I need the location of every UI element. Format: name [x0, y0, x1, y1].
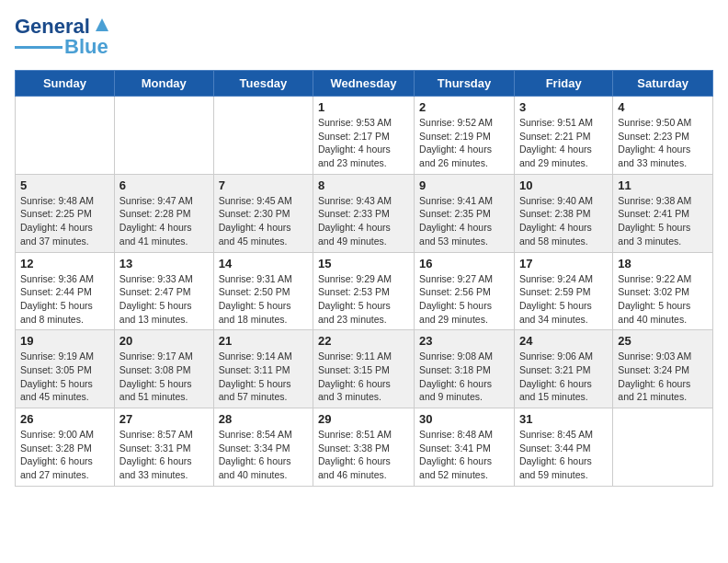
calendar-cell: 3Sunrise: 9:51 AM Sunset: 2:21 PM Daylig…	[514, 97, 612, 175]
calendar-cell: 26Sunrise: 9:00 AM Sunset: 3:28 PM Dayli…	[16, 408, 115, 487]
day-info: Sunrise: 9:41 AM Sunset: 2:35 PM Dayligh…	[419, 194, 509, 248]
weekday-header-thursday: Thursday	[415, 71, 515, 97]
day-info: Sunrise: 9:51 AM Sunset: 2:21 PM Dayligh…	[519, 116, 608, 170]
page-header: General Blue	[15, 15, 713, 59]
day-info: Sunrise: 9:27 AM Sunset: 2:56 PM Dayligh…	[419, 272, 509, 327]
day-info: Sunrise: 8:54 AM Sunset: 3:34 PM Dayligh…	[219, 428, 308, 482]
day-number: 4	[618, 100, 708, 114]
day-info: Sunrise: 9:06 AM Sunset: 3:21 PM Dayligh…	[519, 350, 608, 404]
weekday-header-friday: Friday	[514, 71, 612, 97]
day-info: Sunrise: 9:33 AM Sunset: 2:47 PM Dayligh…	[119, 272, 209, 327]
calendar-cell: 21Sunrise: 9:14 AM Sunset: 3:11 PM Dayli…	[213, 330, 313, 408]
day-number: 29	[318, 412, 409, 426]
calendar-cell: 12Sunrise: 9:36 AM Sunset: 2:44 PM Dayli…	[16, 252, 115, 330]
calendar-table: SundayMondayTuesdayWednesdayThursdayFrid…	[15, 70, 713, 487]
calendar-cell: 6Sunrise: 9:47 AM Sunset: 2:28 PM Daylig…	[114, 174, 213, 252]
day-info: Sunrise: 9:08 AM Sunset: 3:18 PM Dayligh…	[419, 350, 509, 404]
day-number: 31	[519, 412, 608, 426]
day-info: Sunrise: 9:22 AM Sunset: 3:02 PM Dayligh…	[618, 272, 708, 327]
day-number: 16	[419, 257, 509, 270]
calendar-cell: 25Sunrise: 9:03 AM Sunset: 3:24 PM Dayli…	[613, 330, 713, 408]
day-number: 28	[219, 412, 308, 426]
calendar-cell: 17Sunrise: 9:24 AM Sunset: 2:59 PM Dayli…	[514, 252, 612, 330]
weekday-header-wednesday: Wednesday	[313, 71, 415, 97]
weekday-header-tuesday: Tuesday	[213, 71, 313, 97]
day-info: Sunrise: 9:53 AM Sunset: 2:17 PM Dayligh…	[318, 116, 409, 170]
calendar-cell: 30Sunrise: 8:48 AM Sunset: 3:41 PM Dayli…	[415, 408, 515, 487]
day-info: Sunrise: 9:00 AM Sunset: 3:28 PM Dayligh…	[20, 428, 109, 482]
day-info: Sunrise: 8:51 AM Sunset: 3:38 PM Dayligh…	[318, 428, 409, 482]
day-info: Sunrise: 9:45 AM Sunset: 2:30 PM Dayligh…	[219, 194, 308, 248]
day-info: Sunrise: 9:40 AM Sunset: 2:38 PM Dayligh…	[519, 194, 608, 248]
calendar-cell: 16Sunrise: 9:27 AM Sunset: 2:56 PM Dayli…	[415, 252, 515, 330]
logo-underline	[15, 46, 63, 49]
calendar-cell: 31Sunrise: 8:45 AM Sunset: 3:44 PM Dayli…	[514, 408, 612, 487]
calendar-cell: 29Sunrise: 8:51 AM Sunset: 3:38 PM Dayli…	[313, 408, 415, 487]
calendar-cell: 10Sunrise: 9:40 AM Sunset: 2:38 PM Dayli…	[514, 174, 612, 252]
calendar-cell	[114, 97, 213, 175]
calendar-cell: 20Sunrise: 9:17 AM Sunset: 3:08 PM Dayli…	[114, 330, 213, 408]
svg-marker-0	[96, 18, 108, 31]
calendar-cell: 14Sunrise: 9:31 AM Sunset: 2:50 PM Dayli…	[213, 252, 313, 330]
day-number: 12	[20, 257, 109, 270]
calendar-cell: 28Sunrise: 8:54 AM Sunset: 3:34 PM Dayli…	[213, 408, 313, 487]
calendar-cell: 19Sunrise: 9:19 AM Sunset: 3:05 PM Dayli…	[16, 330, 115, 408]
calendar-cell: 9Sunrise: 9:41 AM Sunset: 2:35 PM Daylig…	[415, 174, 515, 252]
weekday-header-sunday: Sunday	[16, 71, 115, 97]
day-info: Sunrise: 9:29 AM Sunset: 2:53 PM Dayligh…	[318, 272, 409, 327]
day-number: 1	[318, 100, 409, 114]
day-info: Sunrise: 9:31 AM Sunset: 2:50 PM Dayligh…	[219, 272, 308, 327]
calendar-cell: 8Sunrise: 9:43 AM Sunset: 2:33 PM Daylig…	[313, 174, 415, 252]
calendar-cell: 7Sunrise: 9:45 AM Sunset: 2:30 PM Daylig…	[213, 174, 313, 252]
day-number: 11	[618, 178, 708, 192]
calendar-cell: 24Sunrise: 9:06 AM Sunset: 3:21 PM Dayli…	[514, 330, 612, 408]
logo-triangle-icon	[92, 15, 112, 35]
day-number: 13	[119, 257, 209, 270]
day-number: 23	[419, 334, 509, 348]
day-number: 20	[119, 334, 209, 348]
day-info: Sunrise: 8:57 AM Sunset: 3:31 PM Dayligh…	[119, 428, 209, 482]
logo: General Blue	[15, 15, 112, 59]
calendar-cell: 18Sunrise: 9:22 AM Sunset: 3:02 PM Dayli…	[613, 252, 713, 330]
day-number: 18	[618, 257, 708, 270]
day-number: 30	[419, 412, 509, 426]
day-number: 3	[519, 100, 608, 114]
logo-blue: Blue	[64, 35, 108, 59]
day-info: Sunrise: 9:48 AM Sunset: 2:25 PM Dayligh…	[20, 194, 109, 248]
day-number: 21	[219, 334, 308, 348]
day-info: Sunrise: 9:03 AM Sunset: 3:24 PM Dayligh…	[618, 350, 708, 404]
weekday-header-monday: Monday	[114, 71, 213, 97]
day-info: Sunrise: 9:43 AM Sunset: 2:33 PM Dayligh…	[318, 194, 409, 248]
day-info: Sunrise: 9:11 AM Sunset: 3:15 PM Dayligh…	[318, 350, 409, 404]
calendar-cell: 27Sunrise: 8:57 AM Sunset: 3:31 PM Dayli…	[114, 408, 213, 487]
day-info: Sunrise: 9:52 AM Sunset: 2:19 PM Dayligh…	[419, 116, 509, 170]
weekday-header-saturday: Saturday	[613, 71, 713, 97]
day-info: Sunrise: 9:47 AM Sunset: 2:28 PM Dayligh…	[119, 194, 209, 248]
day-number: 25	[618, 334, 708, 348]
day-number: 17	[519, 257, 608, 270]
day-number: 8	[318, 178, 409, 192]
day-number: 26	[20, 412, 109, 426]
calendar-cell: 11Sunrise: 9:38 AM Sunset: 2:41 PM Dayli…	[613, 174, 713, 252]
day-info: Sunrise: 9:38 AM Sunset: 2:41 PM Dayligh…	[618, 194, 708, 248]
day-info: Sunrise: 9:36 AM Sunset: 2:44 PM Dayligh…	[20, 272, 109, 327]
calendar-cell	[213, 97, 313, 175]
calendar-cell	[16, 97, 115, 175]
calendar-cell: 13Sunrise: 9:33 AM Sunset: 2:47 PM Dayli…	[114, 252, 213, 330]
day-info: Sunrise: 8:45 AM Sunset: 3:44 PM Dayligh…	[519, 428, 608, 482]
day-info: Sunrise: 9:14 AM Sunset: 3:11 PM Dayligh…	[219, 350, 308, 404]
day-number: 15	[318, 257, 409, 270]
day-info: Sunrise: 9:17 AM Sunset: 3:08 PM Dayligh…	[119, 350, 209, 404]
day-number: 7	[219, 178, 308, 192]
day-info: Sunrise: 9:24 AM Sunset: 2:59 PM Dayligh…	[519, 272, 608, 327]
day-info: Sunrise: 8:48 AM Sunset: 3:41 PM Dayligh…	[419, 428, 509, 482]
day-info: Sunrise: 9:50 AM Sunset: 2:23 PM Dayligh…	[618, 116, 708, 170]
day-number: 14	[219, 257, 308, 270]
calendar-cell: 5Sunrise: 9:48 AM Sunset: 2:25 PM Daylig…	[16, 174, 115, 252]
day-number: 2	[419, 100, 509, 114]
day-number: 6	[119, 178, 209, 192]
day-number: 22	[318, 334, 409, 348]
calendar-cell: 15Sunrise: 9:29 AM Sunset: 2:53 PM Dayli…	[313, 252, 415, 330]
day-number: 19	[20, 334, 109, 348]
calendar-cell: 1Sunrise: 9:53 AM Sunset: 2:17 PM Daylig…	[313, 97, 415, 175]
